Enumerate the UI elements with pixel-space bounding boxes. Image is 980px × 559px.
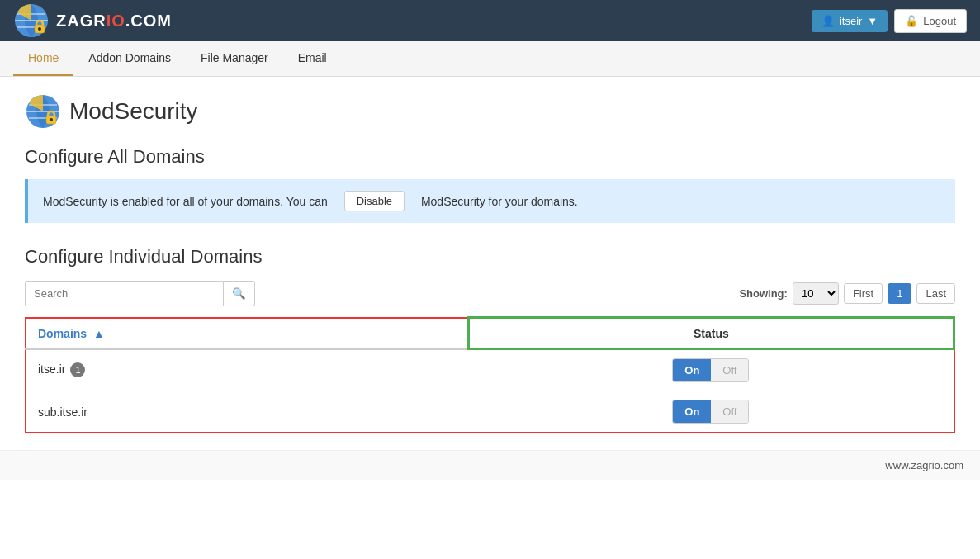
secondary-nav: Home Addon Domains File Manager Email [0,41,980,77]
search-input[interactable] [25,281,223,306]
search-button[interactable]: 🔍 [223,281,255,306]
nav-file-manager[interactable]: File Manager [186,41,283,76]
configure-all-heading: Configure All Domains [25,146,955,168]
right-actions: 👤 itseir ▼ 🔓 Logout [812,9,967,33]
toggle-switch: OnOff [672,400,749,424]
svg-point-11 [50,118,53,121]
disable-button[interactable]: Disable [344,191,405,211]
domain-cell: itse.ir1 [26,349,468,391]
current-page-button[interactable]: 1 [888,283,911,304]
info-message-after: ModSecurity for your domains. [421,195,578,208]
sort-asc-icon: ▲ [93,327,105,340]
user-button[interactable]: 👤 itseir ▼ [812,10,888,32]
domains-table: Domains ▲ Status itse.ir1OnOffsub.itse.i… [25,316,955,433]
pagination-area: Showing: 10 25 50 100 First 1 Last [739,282,955,305]
configure-individual-heading: Configure Individual Domains [25,246,955,268]
toggle-on-button[interactable]: On [673,400,711,423]
modsecurity-icon [25,93,61,130]
svg-point-5 [38,27,41,31]
main-content: ModSecurity Configure All Domains ModSec… [0,77,980,450]
footer: www.zagrio.com [0,450,980,480]
per-page-select[interactable]: 10 25 50 100 [793,282,839,305]
info-message-before: ModSecurity is enabled for all of your d… [43,195,328,208]
page-title: ModSecurity [69,98,198,125]
domain-cell: sub.itse.ir [26,391,468,433]
search-pagination-row: 🔍 Showing: 10 25 50 100 First 1 Last [25,281,955,306]
col-status-header: Status [468,318,954,349]
logo-text: ZAGRIO.COM [56,12,172,31]
search-icon: 🔍 [232,287,246,300]
chevron-down-icon: ▼ [867,15,878,27]
logout-button[interactable]: 🔓 Logout [894,9,967,33]
logout-icon: 🔓 [905,15,918,27]
toggle-off-button[interactable]: Off [711,359,748,381]
page-title-area: ModSecurity [25,93,955,130]
info-box: ModSecurity is enabled for all of your d… [25,179,955,223]
toggle-off-button[interactable]: Off [711,400,748,423]
toggle-on-button[interactable]: On [673,359,711,381]
status-cell: OnOff [468,391,954,433]
nav-addon-domains[interactable]: Addon Domains [73,41,186,76]
status-cell: OnOff [468,349,954,391]
domain-badge: 1 [70,362,85,377]
table-row: itse.ir1OnOff [26,349,954,391]
top-navbar: ZAGRIO.COM 👤 itseir ▼ 🔓 Logout [0,0,980,41]
logo-area: ZAGRIO.COM [13,2,172,39]
col-domain-header: Domains ▲ [26,318,468,349]
toggle-switch: OnOff [672,358,749,382]
user-icon: 👤 [821,15,835,27]
footer-text: www.zagrio.com [885,459,963,471]
nav-home[interactable]: Home [13,41,73,76]
nav-email[interactable]: Email [283,41,342,76]
last-page-button[interactable]: Last [916,283,955,304]
table-row: sub.itse.irOnOff [26,391,954,433]
first-page-button[interactable]: First [844,283,883,304]
search-area: 🔍 [25,281,255,306]
logo-icon [13,2,50,39]
showing-label: Showing: [739,287,788,300]
